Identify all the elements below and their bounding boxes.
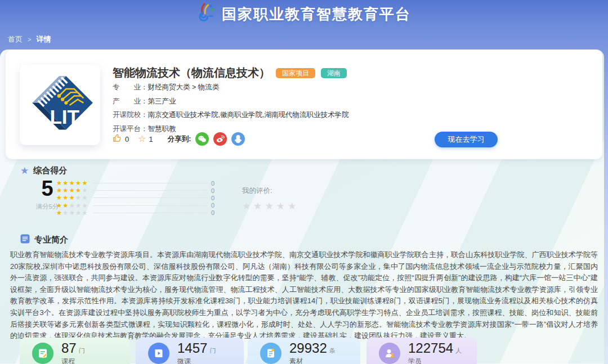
stat-card-materials[interactable]: 29932 条 素材 xyxy=(248,338,360,364)
rating-bar xyxy=(93,190,208,191)
rating-distribution: ★★★★★ 0 ★★★★★ 0 ★★★★★ 0 ★★★★★ 0 ★★★★★ 0 xyxy=(56,179,214,217)
platform-logo-icon xyxy=(197,2,216,26)
document-icon xyxy=(20,234,30,245)
svg-text:LIT: LIT xyxy=(50,106,79,128)
field-schools: 开课院校： 南京交通职业技术学院,徽商职业学院,湖南现代物流职业技术学院 xyxy=(113,110,348,120)
stat-label: 学员 xyxy=(408,357,462,364)
stat-value: 1457 xyxy=(177,340,207,356)
stat-card-courses[interactable]: 87 门 课程 xyxy=(20,338,130,364)
rating-row-1: ★★★★★ 0 xyxy=(56,209,214,217)
stat-value: 29932 xyxy=(289,340,327,356)
chip-logo-icon: LIT xyxy=(25,70,95,140)
stat-label: 课程 xyxy=(61,357,85,364)
main-panel: LIT 智能物流技术（物流信息技术） 国家项目 湖南 专 业： 财经商贸大类 >… xyxy=(0,50,604,364)
my-rating-label: 我的评价: xyxy=(242,186,299,196)
intro-paragraph: 职业教育智能物流技术专业教学资源库项目。本资源库由湖南现代物流职业技术学院、南京… xyxy=(10,249,598,342)
course-title: 智能物流技术（物流信息技术） xyxy=(113,65,270,80)
intro-heading-label: 专业简介 xyxy=(34,235,68,245)
top-banner: 国家职业教育智慧教育平台 xyxy=(0,0,608,28)
intro-section-heading: 专业简介 xyxy=(20,234,68,245)
rating-row-4: ★★★★★ 0 xyxy=(56,187,214,194)
my-rating: 我的评价: ★★★★★ xyxy=(242,186,299,212)
stat-label: 素材 xyxy=(289,357,336,364)
rating-bar xyxy=(93,205,208,206)
stat-unit: 门 xyxy=(209,347,216,355)
breadcrumb-home[interactable]: 首页 xyxy=(8,34,23,44)
microcourse-icon xyxy=(148,343,169,364)
stat-unit: 门 xyxy=(79,347,85,355)
breadcrumb: 首页 > 详情 xyxy=(8,34,51,44)
student-icon xyxy=(379,343,400,364)
course-logo: LIT xyxy=(20,65,100,145)
engagement-row: 0 ☆ 1 分享到: xyxy=(113,132,249,146)
rating-heading-label: 综合得分 xyxy=(33,165,67,176)
rating-star-icon: ★ xyxy=(20,166,29,176)
favorite-star-icon[interactable]: ☆ xyxy=(138,134,146,143)
course-fields: 专 业： 财经商贸大类 > 物流类 产 业： 第三产业 开课院校： 南京交通职业… xyxy=(113,82,348,138)
stat-label: 微课 xyxy=(177,357,216,364)
material-icon xyxy=(260,343,281,364)
rating-bar xyxy=(93,213,208,213)
rating-row-3: ★★★★★ 0 xyxy=(56,194,214,201)
rating-section-heading: ★ 综合得分 xyxy=(20,165,67,176)
share-label: 分享到: xyxy=(168,134,191,144)
course-icon xyxy=(32,343,53,364)
rating-row-2: ★★★★★ 0 xyxy=(56,202,214,209)
qq-icon[interactable] xyxy=(231,132,245,146)
go-study-button[interactable]: 现在去学习 xyxy=(435,132,498,147)
badge-national-project: 国家项目 xyxy=(276,68,315,78)
stat-unit: 人 xyxy=(455,347,462,355)
wechat-icon[interactable] xyxy=(195,132,209,146)
field-major: 专 业： 财经商贸大类 > 物流类 xyxy=(113,82,348,92)
rating-row-5: ★★★★★ 0 xyxy=(56,179,214,187)
breadcrumb-current: 详情 xyxy=(36,34,51,44)
badge-province: 湖南 xyxy=(321,68,347,78)
weibo-icon[interactable] xyxy=(213,132,227,146)
breadcrumb-separator-icon: > xyxy=(28,36,31,43)
stat-value: 87 xyxy=(61,340,77,356)
course-info-card: LIT 智能物流技术（物流信息技术） 国家项目 湖南 专 业： 财经商贸大类 >… xyxy=(6,50,602,159)
stat-card-students[interactable]: 122754 人 学员 xyxy=(366,338,477,364)
stat-value: 122754 xyxy=(408,340,453,356)
stat-card-microcourses[interactable]: 1457 门 微课 xyxy=(136,338,244,364)
thumbs-up-icon[interactable] xyxy=(113,133,122,145)
rating-bar xyxy=(93,183,208,183)
my-rating-stars[interactable]: ★★★★★ xyxy=(242,200,299,212)
rating-bar xyxy=(93,197,208,198)
field-industry: 产 业： 第三产业 xyxy=(113,96,348,106)
favorite-count: 1 xyxy=(149,135,153,143)
like-count: 0 xyxy=(125,135,129,143)
platform-title: 国家职业教育智慧教育平台 xyxy=(222,5,411,24)
stats-row: 87 门 课程 1457 门 微课 xyxy=(20,338,477,364)
stat-unit: 条 xyxy=(329,347,336,355)
